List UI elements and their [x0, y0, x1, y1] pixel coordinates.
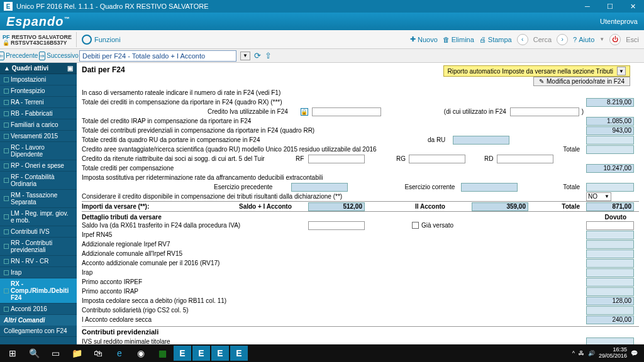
- sidebar-collapse-icon[interactable]: ▣: [67, 65, 73, 72]
- tray-vol-icon[interactable]: 🔊: [588, 350, 595, 356]
- chevron-down-icon[interactable]: ▼: [240, 52, 250, 60]
- label-irap2: Irap: [82, 269, 92, 276]
- espando-task-3[interactable]: E: [211, 346, 229, 361]
- field-rd[interactable]: [497, 155, 553, 163]
- label-ivs1: IVS sul reddito minimale titolare: [82, 338, 170, 344]
- user-box: PF RESTIVO SALVATORE 🔒RSTSVT43C16B537Y: [0, 32, 77, 47]
- sidebar-item-irap[interactable]: Irap: [0, 267, 77, 278]
- field-eserc-corr[interactable]: [461, 183, 518, 192]
- label-contr-prev: Totale dei contributi previdenziali in c…: [82, 127, 314, 134]
- label-cedolare: Imposta cedolare secca a debito (rigo RB…: [82, 297, 226, 304]
- banner-dropdown[interactable]: ▼: [617, 67, 626, 75]
- value-aree: [586, 145, 634, 154]
- lock-icon: 🔒: [3, 40, 9, 46]
- field-dicui[interactable]: [510, 107, 579, 116]
- espando-task-1[interactable]: E: [174, 346, 191, 361]
- label-totcred: Totale crediti per compensazione: [82, 165, 174, 172]
- value-contrsol: [586, 306, 634, 315]
- tray-net-icon[interactable]: 🖧: [579, 350, 584, 356]
- value-ru: [586, 136, 634, 145]
- checkbox-versato[interactable]: [412, 222, 419, 229]
- cerca-prev[interactable]: ‹: [517, 34, 528, 45]
- store-icon[interactable]: 🛍: [88, 346, 108, 361]
- sidebar: ▲ Quadri attivi▣ Impostazioni Frontespiz…: [0, 63, 77, 344]
- aiuto-button[interactable]: ?Aiuto: [573, 36, 594, 43]
- value-ii: 359,00: [472, 202, 528, 211]
- search-icon[interactable]: 🔍: [24, 346, 44, 361]
- sidebar-item-ivs[interactable]: Contributi IVS: [0, 226, 77, 238]
- sidebar-item-impostazioni[interactable]: Impostazioni: [0, 74, 77, 85]
- sidebar-item-familiari[interactable]: Familiari a carico: [0, 119, 77, 131]
- field-rg[interactable]: [409, 155, 465, 163]
- sidebar-item-rp[interactable]: RP - Oneri e spese: [0, 160, 77, 172]
- nuovo-button[interactable]: ✚Nuovo: [410, 35, 438, 43]
- sidebar-item-ra[interactable]: RA - Terreni: [0, 97, 77, 108]
- label-iacccedolare: I Acconto cedolare secca: [82, 316, 152, 323]
- sidebar-item-frontespizio[interactable]: Frontespizio: [0, 85, 77, 97]
- aiuto-dropdown[interactable]: ▼: [599, 36, 604, 42]
- value-saldoiva[interactable]: [586, 221, 634, 230]
- excel-icon[interactable]: ▦: [152, 346, 172, 361]
- sidebar-item-versamenti[interactable]: Versamenti 2015: [0, 131, 77, 142]
- sidebar-item-rn[interactable]: RN - RV - CR: [0, 256, 77, 267]
- esci-button[interactable]: ⏻: [609, 34, 621, 45]
- label-rd: RD: [484, 155, 493, 162]
- user-label[interactable]: Utenteprova: [600, 18, 638, 25]
- sidebar-item-lm[interactable]: LM - Reg. impr. giov. e mob.: [0, 208, 77, 226]
- label-ritenute: Credito da ritenute riattribuite dai soc…: [82, 155, 265, 162]
- gear-icon[interactable]: [82, 35, 92, 45]
- precedente-button[interactable]: ⇐: [0, 52, 4, 60]
- espando-task-2[interactable]: E: [192, 346, 210, 361]
- sidebar-item-rr[interactable]: RR - Contributi previdenziali: [0, 238, 77, 256]
- funzioni-label[interactable]: Funzioni: [94, 36, 121, 43]
- field-eserc-prec[interactable]: [291, 183, 348, 192]
- select-considerare[interactable]: NO▼: [586, 192, 611, 201]
- label-ii-acc: II Acconto: [415, 203, 445, 210]
- sidebar-item-rm[interactable]: RM - Tassazione Separata: [0, 190, 77, 208]
- label-versato: Già versato: [421, 222, 453, 229]
- field-daru[interactable]: [453, 136, 509, 145]
- sidebar-item-rx[interactable]: RX - Comp./Rimb./Debiti F24: [0, 278, 77, 304]
- cerca-label[interactable]: Cerca: [533, 36, 552, 43]
- value-accaddcom: [586, 259, 634, 268]
- field-rf[interactable]: [308, 155, 365, 163]
- label-rate: In caso di versamento rateale indicare i…: [82, 89, 280, 96]
- sidebar-item-collegamento[interactable]: Collegamento con F24: [0, 326, 77, 337]
- tray-up-icon[interactable]: ^: [572, 350, 575, 356]
- espando-task-4[interactable]: E: [230, 346, 248, 361]
- cerca-next[interactable]: ›: [557, 34, 568, 45]
- field-saldoiva[interactable]: [308, 221, 365, 230]
- start-button[interactable]: ⊞: [3, 346, 23, 361]
- maximize-button[interactable]: ☐: [602, 3, 618, 11]
- explorer-icon[interactable]: 📁: [67, 346, 87, 361]
- sidebar-item-rb[interactable]: RB - Fabbricati: [0, 108, 77, 119]
- quadro-dropdown[interactable]: Debiti per F24 - Totale saldo + I Accont…: [79, 50, 236, 62]
- up-icon[interactable]: ⇧: [265, 51, 272, 60]
- label-totale3: Totale: [562, 203, 580, 210]
- esci-label[interactable]: Esci: [626, 36, 639, 43]
- successivo-button[interactable]: ⇒: [39, 52, 45, 60]
- lock-icon[interactable]: 🔒: [301, 108, 308, 116]
- value-addcom: [586, 250, 634, 258]
- brand-logo: Espando™: [6, 14, 70, 29]
- sidebar-item-rf[interactable]: RF - Contabilità Ordinaria: [0, 172, 77, 190]
- minimize-button[interactable]: ─: [580, 3, 595, 11]
- stampa-button[interactable]: 🖨Stampa: [479, 36, 512, 43]
- taskview-icon[interactable]: ▭: [45, 346, 65, 361]
- chrome-icon[interactable]: ◉: [131, 346, 151, 361]
- tray-notif-icon[interactable]: 💬: [631, 350, 638, 356]
- sidebar-item-rc[interactable]: RC - Lavoro Dipendente: [0, 142, 77, 160]
- edge-icon[interactable]: e: [109, 346, 130, 361]
- sidebar-item-acconti[interactable]: Acconti 2016: [0, 304, 77, 315]
- close-button[interactable]: ✕: [625, 3, 640, 11]
- pencil-icon: ✎: [539, 78, 544, 85]
- value-ivs1: [586, 337, 634, 345]
- refresh-icon[interactable]: ⟳: [254, 51, 261, 60]
- modifica-button[interactable]: ✎Modifica periodo/rate in F24: [533, 77, 630, 86]
- elimina-button[interactable]: 🗑Elimina: [443, 36, 474, 43]
- label-tot2: Totale: [563, 184, 580, 190]
- value-irap2: [586, 268, 634, 277]
- clock[interactable]: 16:35 29/05/2016: [599, 347, 627, 359]
- field-iva[interactable]: [312, 107, 381, 116]
- label-totale: Totale: [563, 146, 580, 153]
